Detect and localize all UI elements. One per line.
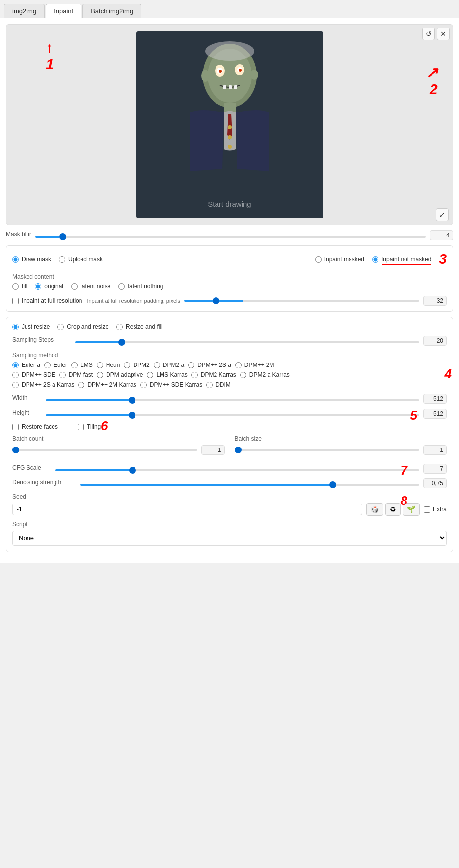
latent-noise-option[interactable]: latent noise <box>71 283 110 290</box>
dpmsdekarras-option[interactable]: DPM++ SDE Karras <box>140 381 202 388</box>
batch-size-slider[interactable] <box>235 449 420 451</box>
seed-recycle-button[interactable]: ♻ <box>385 503 401 516</box>
mask-blur-slider[interactable] <box>35 236 426 238</box>
seed-input[interactable] <box>12 504 362 515</box>
extra-checkbox[interactable] <box>424 506 430 513</box>
cfg-scale-label: CFG Scale <box>12 464 52 471</box>
inpaint-not-masked-radio[interactable] <box>372 256 378 263</box>
euler-option[interactable]: Euler <box>44 362 67 368</box>
just-resize-radio[interactable] <box>12 324 19 330</box>
script-select[interactable]: None <box>12 531 447 546</box>
cfg-scale-value: 7 <box>423 464 447 474</box>
crop-resize-radio[interactable] <box>57 324 64 330</box>
dpm2karras-option[interactable]: DPM2 Karras <box>191 371 236 378</box>
svg-point-11 <box>205 41 254 61</box>
latent-nothing-radio[interactable] <box>118 283 125 290</box>
draw-mask-option[interactable]: Draw mask <box>12 256 51 263</box>
cfg-scale-section: CFG Scale 7 7 <box>12 464 447 474</box>
sampling-steps-value: 20 <box>423 336 447 346</box>
denoising-slider[interactable] <box>80 484 419 486</box>
full-res-padding-slider[interactable] <box>184 300 419 302</box>
dpmadaptive-option[interactable]: DPM adaptive <box>97 371 143 378</box>
latent-nothing-label: latent nothing <box>128 283 163 290</box>
full-res-checkbox[interactable] <box>12 298 19 304</box>
underline-annotation-3 <box>382 264 431 265</box>
svg-point-17 <box>250 70 258 80</box>
original-label: original <box>44 283 63 290</box>
inpaint-masked-radio[interactable] <box>315 256 322 263</box>
sampling-steps-slider[interactable] <box>75 341 419 343</box>
extra-checkbox-group[interactable]: Extra <box>424 506 447 513</box>
svg-rect-8 <box>223 85 226 89</box>
tab-img2img[interactable]: img2img <box>4 4 45 18</box>
full-res-label: Inpaint at full resolution <box>22 297 82 304</box>
lmskarras-option[interactable]: LMS Karras <box>147 371 187 378</box>
crop-resize-option[interactable]: Crop and resize <box>57 323 108 330</box>
seed-label: Seed <box>12 493 447 500</box>
batch-row: Batch count 1 Batch size 1 <box>12 435 447 459</box>
dpmsde-option[interactable]: DPM++ SDE <box>12 371 55 378</box>
tab-inpaint[interactable]: Inpaint <box>46 4 81 18</box>
image-canvas[interactable]: ↑1 <box>6 24 453 225</box>
svg-rect-10 <box>234 85 237 89</box>
dpm2a-option[interactable]: DPM2 a <box>154 362 184 368</box>
mask-blur-value: 4 <box>430 230 453 240</box>
heun-option[interactable]: Heun <box>97 362 120 368</box>
height-value: 512 <box>423 409 447 419</box>
dpmfast-option[interactable]: DPM fast <box>59 371 93 378</box>
width-value: 512 <box>423 394 447 404</box>
dpp2sa-option[interactable]: DPM++ 2S a <box>188 362 231 368</box>
restore-faces-checkbox-group[interactable]: Restore faces <box>12 423 58 430</box>
dpm2sakarras-option[interactable]: DPM++ 2S a Karras <box>12 381 74 388</box>
inpaint-not-masked-option[interactable]: Inpaint not masked <box>372 256 431 263</box>
height-slider[interactable] <box>46 414 419 416</box>
euler-a-option[interactable]: Euler a <box>12 362 40 368</box>
tiling-label: Tiling <box>87 423 101 430</box>
restore-faces-checkbox[interactable] <box>12 424 19 430</box>
sampling-steps-row: Sampling Steps 20 <box>12 336 447 346</box>
fill-label: fill <box>22 283 27 290</box>
width-slider[interactable] <box>46 399 419 401</box>
resize-fill-option[interactable]: Resize and fill <box>116 323 162 330</box>
reset-icon[interactable]: ↺ <box>422 28 435 40</box>
lms-option[interactable]: LMS <box>71 362 93 368</box>
draw-mask-radio[interactable] <box>12 256 19 263</box>
ddim-option[interactable]: DDIM <box>206 381 231 388</box>
batch-count-col: Batch count 1 <box>12 435 225 459</box>
upload-mask-option[interactable]: Upload mask <box>59 256 103 263</box>
latent-noise-radio[interactable] <box>71 283 78 290</box>
svg-point-14 <box>228 135 232 139</box>
upload-mask-radio[interactable] <box>59 256 65 263</box>
batch-size-slider-row: 1 <box>235 445 447 455</box>
dpm2-option[interactable]: DPM2 <box>124 362 149 368</box>
dpm2mkarras-option[interactable]: DPM++ 2M Karras <box>78 381 136 388</box>
seed-dice-button[interactable]: 🎲 <box>366 503 383 516</box>
batch-count-slider[interactable] <box>12 449 197 451</box>
tiling-checkbox[interactable] <box>78 424 84 430</box>
full-res-checkbox-group[interactable]: Inpaint at full resolution <box>12 297 82 304</box>
inpaint-masked-option[interactable]: Inpaint masked <box>315 256 364 263</box>
original-option[interactable]: original <box>35 283 63 290</box>
expand-icon[interactable]: ⤢ <box>436 208 449 221</box>
resize-sampling-section: Just resize Crop and resize Resize and f… <box>6 317 453 552</box>
height-row: Height 512 <box>12 409 447 419</box>
dpm2m-option[interactable]: DPM++ 2M <box>235 362 274 368</box>
tab-batch-img2img[interactable]: Batch img2img <box>82 4 141 18</box>
dpm2akarras-option[interactable]: DPM2 a Karras <box>240 371 290 378</box>
fill-option[interactable]: fill <box>12 283 27 290</box>
tiling-checkbox-group[interactable]: Tiling <box>78 423 101 430</box>
sampling-method-options-2: DPM++ SDE DPM fast DPM adaptive LMS Karr… <box>12 371 447 378</box>
latent-nothing-option[interactable]: latent nothing <box>118 283 163 290</box>
inpaint-not-masked-label: Inpaint not masked <box>381 256 431 263</box>
resize-fill-radio[interactable] <box>116 324 123 330</box>
close-icon[interactable]: ✕ <box>437 28 450 40</box>
cfg-scale-slider[interactable] <box>55 469 419 471</box>
original-radio[interactable] <box>35 283 41 290</box>
denoising-value: 0,75 <box>423 478 447 488</box>
just-resize-option[interactable]: Just resize <box>12 323 50 330</box>
full-resolution-row: Inpaint at full resolution Inpaint at fu… <box>12 296 447 306</box>
batch-size-label: Batch size <box>235 435 447 442</box>
script-section: Script None <box>12 521 447 546</box>
width-row: Width 512 <box>12 394 447 404</box>
fill-radio[interactable] <box>12 283 19 290</box>
